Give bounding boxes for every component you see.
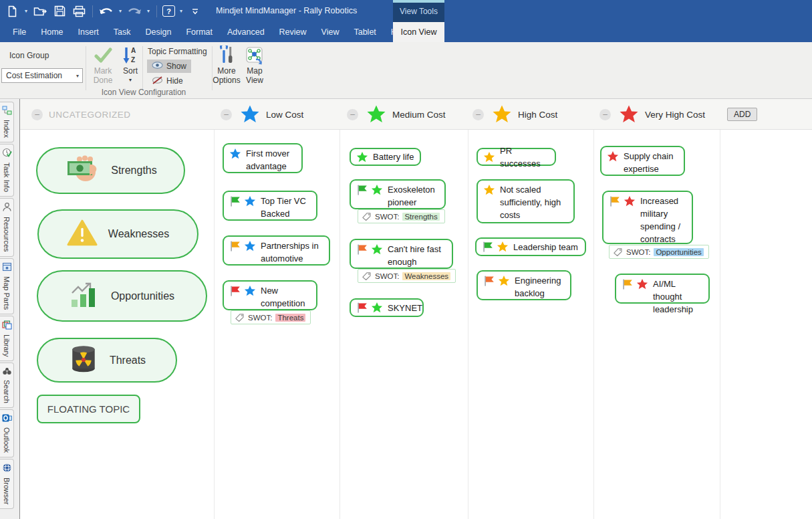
collapse-column-icon[interactable]: – — [31, 109, 43, 120]
topic-formatting-label: Topic Formatting — [148, 47, 207, 56]
orange-flag-icon — [356, 243, 368, 255]
tag-swot-threats[interactable]: SWOT: Threats — [231, 310, 311, 324]
topic-card-battery-life[interactable]: Battery life — [350, 148, 421, 166]
topic-card-leadership-team[interactable]: Leadership team — [475, 237, 586, 256]
topic-card-increased-military-spending[interactable]: Increased military spending / contracts — [602, 191, 693, 244]
undo-icon[interactable] — [98, 3, 114, 20]
sidebar-item-outlook[interactable]: Outlook — [0, 409, 14, 457]
customize-quick-access-icon[interactable] — [187, 3, 203, 20]
tag-icon — [362, 271, 372, 281]
yellow-flag-icon — [622, 278, 634, 290]
collapse-column-icon[interactable]: – — [472, 109, 484, 120]
toolbar-separator — [92, 5, 93, 17]
tab-home[interactable]: Home — [33, 22, 70, 42]
toxic-barrel-icon — [68, 345, 99, 376]
column-header-medium-cost: – Medium Cost — [347, 99, 446, 130]
checkmark-icon — [94, 45, 112, 66]
tab-icon-view[interactable]: Icon View — [393, 22, 444, 42]
tag-swot-opportunities[interactable]: SWOT: Opportunities — [609, 245, 709, 259]
more-options-button[interactable]: More Options — [211, 45, 243, 85]
column-header-low-cost: – Low Cost — [221, 99, 303, 130]
topic-card-pr-successes[interactable]: PR successes — [477, 148, 556, 166]
topic-card-cant-hire-fast-enough[interactable]: Can't hire fast enough — [350, 239, 453, 269]
gold-star-icon — [483, 151, 495, 163]
save-icon[interactable] — [51, 3, 67, 20]
add-column-button[interactable]: ADD — [727, 108, 757, 121]
chevron-down-icon: ▾ — [76, 73, 82, 79]
blue-star-icon — [244, 285, 256, 297]
tab-view[interactable]: View — [314, 22, 347, 42]
tag-swot-strengths[interactable]: SWOT: Strengths — [358, 209, 445, 223]
tab-review[interactable]: Review — [272, 22, 314, 42]
sort-button[interactable]: A Z Sort ▾ — [118, 45, 143, 85]
eye-slash-icon — [152, 76, 163, 86]
new-document-icon[interactable] — [4, 3, 20, 20]
icon-group-select[interactable]: Cost Estimation ▾ — [1, 68, 83, 83]
sidebar-item-library[interactable]: Library — [0, 316, 14, 362]
sidebar-item-search[interactable]: Search — [0, 362, 14, 408]
tab-tablet[interactable]: Tablet — [346, 22, 383, 42]
quick-access-toolbar: ▾ ▾ ▾ ? ▾ — [4, 0, 203, 22]
tag-icon — [362, 211, 372, 221]
tab-task[interactable]: Task — [106, 22, 138, 42]
index-icon — [2, 106, 12, 117]
redo-icon[interactable] — [126, 3, 142, 20]
topic-card-ai-ml-thought-leadership[interactable]: AI/ML thought leadership — [615, 274, 710, 304]
collapse-column-icon[interactable]: – — [347, 109, 358, 120]
collapse-column-icon[interactable]: – — [599, 109, 611, 120]
search-icon — [2, 367, 12, 377]
map-view-button[interactable]: Map View — [242, 45, 267, 85]
money-in-hand-icon — [64, 155, 100, 186]
main-topic-opportunities[interactable]: Opportunities — [37, 270, 207, 322]
red-star-icon — [607, 150, 619, 163]
ribbon-tab-bar: File Home Insert Task Design Format Adva… — [0, 22, 812, 42]
main-topic-threats[interactable]: Threats — [37, 338, 177, 383]
floating-topic[interactable]: FLOATING TOPIC — [37, 395, 140, 423]
main-topic-weaknesses[interactable]: Weaknesses — [37, 209, 198, 259]
task-pane-rail: Index Task Info Resources — [0, 99, 20, 519]
help-dropdown-icon[interactable]: ▾ — [178, 8, 184, 14]
resources-icon — [2, 202, 12, 214]
ribbon: Icon Group Cost Estimation ▾ Mark Done A… — [0, 42, 812, 99]
green-star-icon — [366, 104, 386, 124]
icon-view-board: – UNCATEGORIZED – Low Cost – Medium Cost… — [20, 99, 812, 519]
sidebar-item-index[interactable]: Index — [0, 102, 14, 142]
topic-card-engineering-backlog[interactable]: Engineering backlog — [477, 270, 571, 300]
mark-done-button[interactable]: Mark Done — [88, 45, 118, 85]
map-parts-icon — [2, 262, 12, 274]
topic-card-exoskeleton-pioneer[interactable]: Exoskeleton pioneer — [350, 179, 446, 209]
red-flag-icon — [229, 285, 241, 297]
topic-card-supply-chain-expertise[interactable]: Supply chain expertise — [600, 146, 685, 176]
main-topic-strengths[interactable]: Strengths — [36, 147, 185, 194]
tab-format[interactable]: Format — [178, 22, 220, 42]
print-icon[interactable] — [71, 3, 87, 20]
new-document-dropdown-icon[interactable]: ▾ — [23, 8, 29, 14]
tab-design[interactable]: Design — [138, 22, 178, 42]
tab-insert[interactable]: Insert — [71, 22, 106, 42]
sidebar-item-map-parts[interactable]: Map Parts — [0, 258, 14, 314]
column-divider — [720, 130, 720, 519]
topic-formatting-show-button[interactable]: Show — [147, 60, 191, 73]
topic-card-new-competition[interactable]: New competition — [223, 280, 317, 310]
undo-dropdown-icon[interactable]: ▾ — [118, 8, 123, 14]
tab-advanced[interactable]: Advanced — [220, 22, 272, 42]
sidebar-item-browser[interactable]: Browser — [0, 459, 14, 509]
redo-dropdown-icon[interactable]: ▾ — [146, 8, 151, 14]
topic-card-first-mover-advantage[interactable]: First mover advantage — [223, 143, 303, 173]
topic-card-not-scaled-sufficiently[interactable]: Not scaled sufficiently, high costs — [477, 179, 575, 223]
help-icon[interactable]: ? — [162, 5, 175, 17]
topic-card-skynet[interactable]: SKYNET — [350, 298, 424, 317]
sidebar-item-task-info[interactable]: Task Info — [0, 144, 14, 197]
collapse-column-icon[interactable]: – — [221, 109, 232, 120]
topic-card-top-tier-vc-backed[interactable]: Top Tier VC Backed — [223, 191, 317, 221]
tab-file[interactable]: File — [5, 22, 33, 42]
tag-swot-weaknesses[interactable]: SWOT: Weaknesses — [358, 269, 456, 283]
outlook-icon — [2, 413, 12, 425]
tag-value: Opportunities — [654, 248, 703, 256]
green-star-icon — [371, 243, 383, 255]
topic-formatting-hide-button[interactable]: Hide — [147, 74, 188, 88]
column-header-uncategorized: – UNCATEGORIZED — [31, 99, 131, 130]
open-file-icon[interactable] — [32, 3, 48, 20]
topic-card-partnerships-in-automotive[interactable]: Partnerships in automotive — [223, 235, 330, 266]
sidebar-item-resources[interactable]: Resources — [0, 198, 14, 257]
